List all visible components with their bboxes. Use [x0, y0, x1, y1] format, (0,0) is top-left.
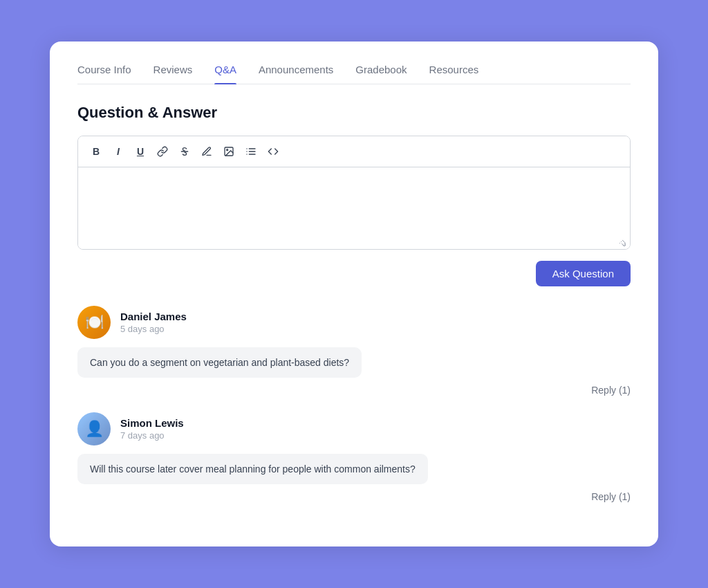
question-item: 🍽️ Daniel James 5 days ago Can you do a …: [77, 306, 631, 396]
ask-question-button[interactable]: Ask Question: [536, 261, 631, 286]
tabs-nav: Course Info Reviews Q&A Announcements Gr…: [77, 64, 631, 84]
user-time: 5 days ago: [120, 324, 187, 334]
avatar: 👤: [77, 412, 111, 445]
question-bubble: Can you do a segment on vegetarian and p…: [77, 347, 362, 378]
editor-input[interactable]: [78, 167, 630, 237]
list-button[interactable]: [241, 142, 261, 161]
question-item: 👤 Simon Lewis 7 days ago Will this cours…: [77, 412, 631, 502]
user-name: Simon Lewis: [120, 417, 184, 429]
question-bubble: Will this course later cover meal planni…: [77, 454, 428, 484]
tab-gradebook[interactable]: Gradebook: [355, 64, 407, 84]
page-title: Question & Answer: [77, 104, 631, 122]
editor-resize: [78, 237, 630, 249]
question-editor: B I U: [77, 136, 631, 250]
ask-btn-row: Ask Question: [77, 261, 631, 286]
code-button[interactable]: [263, 142, 283, 161]
question-header: 👤 Simon Lewis 7 days ago: [77, 412, 631, 445]
user-info: Simon Lewis 7 days ago: [120, 417, 184, 441]
main-card: Course Info Reviews Q&A Announcements Gr…: [50, 42, 658, 546]
svg-point-2: [227, 149, 228, 151]
tab-announcements[interactable]: Announcements: [259, 64, 333, 84]
tab-resources[interactable]: Resources: [429, 64, 479, 84]
highlight-button[interactable]: [197, 142, 216, 161]
reply-row: Reply (1): [77, 385, 631, 396]
link-button[interactable]: [153, 142, 172, 161]
editor-toolbar: B I U: [78, 136, 630, 167]
tab-course-info[interactable]: Course Info: [77, 64, 131, 84]
user-info: Daniel James 5 days ago: [120, 311, 187, 334]
italic-button[interactable]: I: [109, 142, 128, 161]
tab-qa[interactable]: Q&A: [214, 64, 236, 84]
strikethrough-button[interactable]: [175, 142, 194, 161]
reply-button[interactable]: Reply (1): [591, 491, 631, 502]
user-time: 7 days ago: [120, 430, 184, 441]
question-header: 🍽️ Daniel James 5 days ago: [77, 306, 631, 339]
avatar: 🍽️: [77, 306, 111, 339]
underline-button[interactable]: U: [131, 142, 150, 161]
user-name: Daniel James: [120, 311, 187, 322]
tab-reviews[interactable]: Reviews: [153, 64, 193, 84]
reply-button[interactable]: Reply (1): [591, 385, 631, 396]
image-button[interactable]: [219, 142, 239, 161]
bold-button[interactable]: B: [86, 142, 106, 161]
reply-row: Reply (1): [77, 491, 631, 502]
